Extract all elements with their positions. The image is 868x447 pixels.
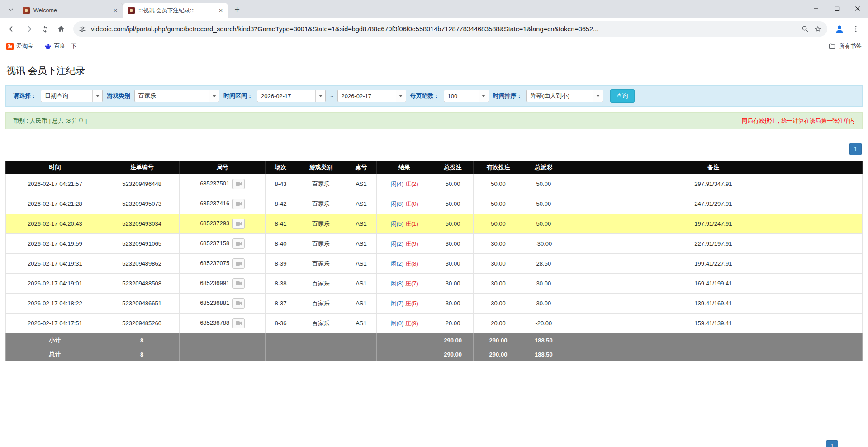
cell-bet-no: 523209491065: [104, 234, 180, 254]
page-number-button[interactable]: 1: [826, 440, 838, 447]
page-number-button[interactable]: 1: [849, 143, 862, 155]
cell-total-bet: 30.00: [432, 234, 474, 254]
query-button[interactable]: 查询: [610, 89, 635, 103]
maximize-icon: [835, 6, 840, 11]
table-row: 2026-02-17 04:20:43523209493034685237293…: [6, 214, 863, 234]
subtotal-row-cell-game-type: [296, 333, 346, 347]
date-from-select[interactable]: 2026-02-17: [257, 90, 326, 102]
chevron-down-icon[interactable]: [209, 90, 219, 102]
cell-table-no: AS1: [346, 214, 376, 234]
maximize-button[interactable]: [826, 0, 847, 17]
chevron-down-icon[interactable]: [396, 90, 406, 102]
tab-welcome[interactable]: Welcome ✕: [18, 3, 123, 18]
site-settings-icon[interactable]: [79, 25, 86, 33]
per-page-label: 每页笔数：: [410, 92, 440, 100]
result-banker: 庄(5): [405, 300, 418, 307]
replay-video-button[interactable]: [232, 258, 245, 269]
cell-valid-bet: 50.00: [474, 194, 523, 214]
tab-close-icon[interactable]: ✕: [112, 7, 119, 14]
cell-round-no: 685237075: [180, 254, 265, 274]
query-type-select[interactable]: 日期查询: [41, 90, 103, 102]
per-page-select[interactable]: 100: [444, 90, 489, 102]
video-camera-icon: [236, 201, 242, 206]
cell-valid-bet: 30.00: [474, 234, 523, 254]
refresh-button[interactable]: [37, 21, 52, 37]
replay-video-button[interactable]: [232, 298, 245, 309]
total-row-cell-session: [265, 347, 296, 361]
cell-total-bet: 50.00: [432, 214, 474, 234]
bookmark-star-icon[interactable]: [814, 25, 822, 33]
cell-payout: 50.00: [523, 194, 564, 214]
home-button[interactable]: [53, 21, 69, 37]
date-to-select[interactable]: 2026-02-17: [337, 90, 406, 102]
chevron-down-icon[interactable]: [92, 90, 102, 102]
back-button[interactable]: [5, 21, 20, 37]
cell-result: 闲(2) 庄(9): [377, 234, 432, 254]
total-row-cell-total-bet: 290.00: [432, 347, 474, 361]
chevron-down-icon[interactable]: [593, 90, 603, 102]
new-tab-button[interactable]: +: [231, 3, 243, 16]
cell-note: 227.91/197.91: [564, 234, 862, 254]
cell-session: 8-40: [265, 234, 296, 254]
tab-close-icon[interactable]: ✕: [217, 7, 224, 14]
subtotal-row-cell-valid-bet: 290.00: [474, 333, 523, 347]
cell-total-bet: 30.00: [432, 294, 474, 314]
query-type-value: 日期查询: [41, 90, 92, 102]
result-player: 闲(2): [390, 240, 403, 247]
cell-session: 8-39: [265, 254, 296, 274]
replay-video-button[interactable]: [232, 318, 245, 328]
minimize-button[interactable]: [806, 0, 826, 17]
summary-bar: 币别 : 人民币 | 总共 :8 注单 | 同局有效投注，统一计算在该局第一张注…: [5, 112, 863, 129]
time-sort-select[interactable]: 降幂(由大到小): [526, 90, 603, 102]
total-row-cell-time: 总计: [6, 347, 104, 361]
replay-video-button[interactable]: [232, 219, 245, 229]
zoom-icon[interactable]: [801, 25, 809, 33]
bookmark-baidu[interactable]: 百度一下: [44, 43, 77, 50]
chevron-down-icon[interactable]: [479, 90, 489, 102]
date-range-label: 时间区间：: [223, 92, 253, 100]
cell-payout: 28.50: [523, 254, 564, 274]
address-bar[interactable]: videoie.com/ipl/portal.php/game/betrecor…: [73, 21, 827, 37]
select-type-label: 请选择：: [13, 92, 37, 100]
replay-video-button[interactable]: [232, 179, 245, 189]
cell-result: 闲(4) 庄(2): [377, 174, 432, 194]
cell-bet-no: 523209493034: [104, 214, 180, 234]
replay-video-button[interactable]: [232, 199, 245, 209]
close-window-button[interactable]: [847, 0, 868, 17]
cell-table-no: AS1: [346, 294, 376, 314]
chevron-down-icon[interactable]: [315, 90, 325, 102]
all-bookmarks-button[interactable]: 所有书签: [821, 43, 862, 50]
video-camera-icon: [236, 181, 242, 186]
home-icon: [57, 24, 66, 33]
cell-session: 8-37: [265, 294, 296, 314]
subtotal-row-cell-bet-no: 8: [104, 333, 180, 347]
forward-button[interactable]: [21, 21, 36, 37]
game-type-value: 百家乐: [135, 90, 209, 102]
pagination-bottom: 1: [826, 440, 838, 447]
cell-total-bet: 30.00: [432, 254, 474, 274]
bet-records-table: 时间注单编号局号场次游戏类别桌号结果总投注有效投注总派彩备注 2026-02-1…: [5, 161, 863, 361]
round-number: 685236991: [200, 280, 229, 286]
replay-video-button[interactable]: [232, 238, 245, 249]
tab-bet-records[interactable]: :::视讯 会员下注纪录::: ✕: [123, 3, 228, 18]
table-row: 2026-02-17 04:21:28523209495073685237416…: [6, 194, 863, 214]
refresh-icon: [41, 25, 49, 33]
cell-round-no: 685236881: [180, 294, 265, 314]
cell-note: 197.91/247.91: [564, 214, 862, 234]
replay-video-button[interactable]: [232, 278, 245, 289]
back-icon: [8, 24, 17, 33]
forward-icon: [24, 24, 33, 33]
game-type-select[interactable]: 百家乐: [134, 90, 219, 102]
pagination-top: 1: [6, 143, 862, 155]
bookmark-taobao[interactable]: 淘 爱淘宝: [6, 43, 33, 50]
cell-bet-no: 523209489862: [104, 254, 180, 274]
browser-menu-button[interactable]: [848, 21, 863, 37]
cell-note: 169.41/199.41: [564, 274, 862, 294]
profile-avatar[interactable]: [832, 21, 847, 37]
baidu-paw-icon: [44, 43, 52, 50]
tab-search-button[interactable]: [5, 3, 17, 16]
table-row: 2026-02-17 04:17:51523209485260685236788…: [6, 314, 863, 333]
per-page-value: 100: [444, 90, 479, 102]
cell-table-no: AS1: [346, 234, 376, 254]
url-text[interactable]: videoie.com/ipl/portal.php/game/betrecor…: [91, 25, 797, 33]
